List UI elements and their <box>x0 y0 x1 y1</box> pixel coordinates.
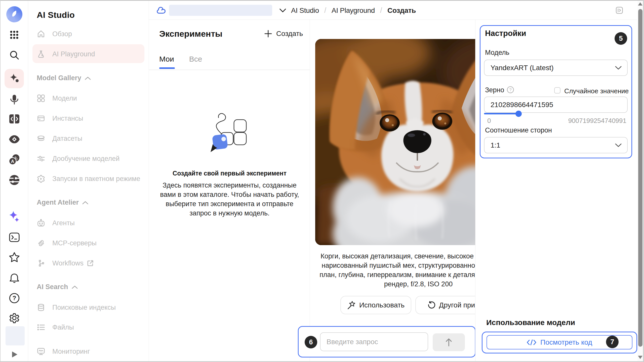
svg-text:A: A <box>11 159 14 164</box>
svg-text:?: ? <box>509 87 511 92</box>
svg-text:?: ? <box>12 295 16 301</box>
